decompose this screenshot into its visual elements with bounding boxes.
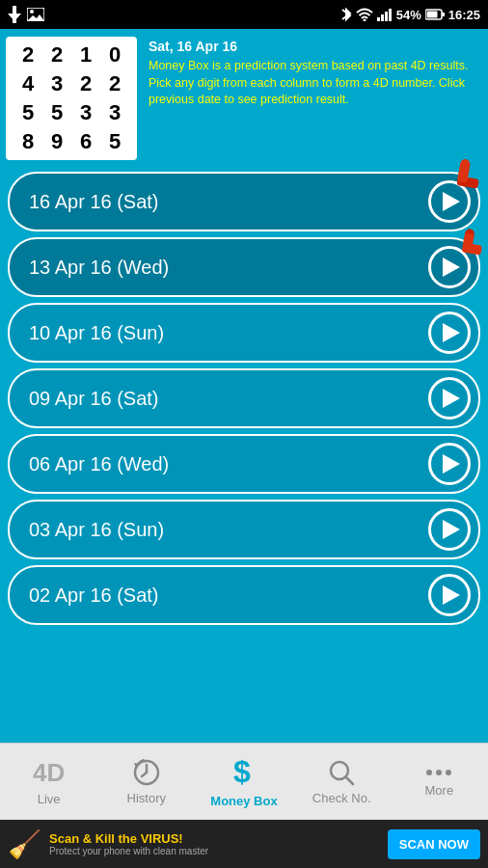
ad-title: Scan & Kill the VIRUS! [49, 831, 380, 846]
nav-item-moneybox[interactable]: $ Money Box [205, 755, 283, 808]
battery-percent: 54% [396, 8, 421, 22]
nav-item-more[interactable]: More [400, 766, 477, 798]
usb-icon [8, 6, 21, 23]
number-grid: 2 2 1 0 4 3 2 2 5 5 3 3 8 9 6 5 [6, 37, 137, 160]
date-label-3: 09 Apr 16 (Sat) [29, 388, 159, 410]
nav-item-history[interactable]: History [108, 758, 185, 805]
ad-scan-button[interactable]: SCAN NOW [388, 829, 480, 859]
ad-subtitle: Protect your phone with clean master [49, 846, 380, 856]
grid-cell-0-2: 1 [71, 41, 100, 69]
nav-label-checkno: Check No. [312, 791, 371, 805]
description-panel: Sat, 16 Apr 16 Money Box is a prediction… [145, 37, 482, 160]
grid-cell-3-1: 9 [42, 127, 71, 156]
svg-point-28 [436, 770, 442, 775]
date-item-0[interactable]: 16 Apr 16 (Sat) [8, 172, 480, 231]
history-icon [132, 758, 161, 787]
play-button-4[interactable] [428, 443, 471, 485]
svg-rect-12 [442, 13, 445, 16]
svg-marker-5 [27, 14, 44, 21]
date-item-3[interactable]: 09 Apr 16 (Sat) [8, 368, 480, 428]
svg-rect-13 [426, 12, 437, 18]
date-item-5[interactable]: 03 Apr 16 (Sun) [8, 500, 480, 559]
svg-rect-9 [385, 12, 388, 21]
date-label-6: 02 Apr 16 (Sat) [29, 584, 159, 607]
svg-point-4 [30, 10, 34, 14]
grid-cell-0-3: 0 [100, 41, 129, 69]
grid-cell-1-0: 4 [14, 69, 42, 98]
status-bar: 54% 16:25 [0, 0, 488, 29]
date-item-6[interactable]: 02 Apr 16 (Sat) [8, 565, 480, 625]
play-triangle-1 [443, 258, 460, 277]
date-item-2[interactable]: 10 Apr 16 (Sun) [8, 303, 480, 363]
ad-banner: 🧹 Scan & Kill the VIRUS! Protect your ph… [0, 820, 488, 868]
wifi-icon [356, 8, 373, 21]
play-triangle-0 [443, 192, 460, 211]
grid-cell-1-1: 3 [42, 69, 71, 98]
date-label-0: 16 Apr 16 (Sat) [29, 191, 159, 213]
search-icon [327, 758, 356, 787]
svg-text:$: $ [233, 755, 251, 789]
grid-cell-3-3: 5 [100, 127, 129, 156]
finger-icon-0 [450, 157, 487, 197]
time-display: 16:25 [448, 8, 480, 22]
nav-item-live[interactable]: 4D Live [11, 758, 88, 806]
nav-label-live: Live [38, 792, 61, 806]
grid-cell-2-0: 5 [14, 98, 42, 127]
status-left-icons [8, 6, 44, 23]
battery-icon [425, 9, 445, 20]
svg-rect-7 [377, 17, 380, 21]
date-list: 16 Apr 16 (Sat) 13 Apr 16 (Wed) 10 Apr 1… [0, 168, 488, 629]
play-button-6[interactable] [428, 574, 471, 616]
date-label-2: 10 Apr 16 (Sun) [29, 322, 164, 344]
svg-rect-0 [13, 6, 16, 14]
play-button-5[interactable] [428, 508, 471, 551]
play-button-3[interactable] [428, 377, 471, 420]
svg-point-27 [426, 770, 432, 775]
grid-cell-2-3: 3 [100, 98, 129, 127]
more-dots-icon [424, 766, 453, 779]
image-icon [27, 8, 44, 21]
bluetooth-icon [340, 6, 352, 23]
svg-point-6 [363, 19, 366, 22]
nav-label-more: More [425, 783, 454, 798]
date-item-4[interactable]: 06 Apr 16 (Wed) [8, 434, 480, 494]
grid-cell-0-0: 2 [14, 41, 42, 69]
status-right-icons: 54% 16:25 [340, 6, 480, 23]
nav-label-history: History [127, 791, 166, 805]
grid-cell-2-1: 5 [42, 98, 71, 127]
svg-rect-2 [13, 19, 16, 23]
grid-cell-3-0: 8 [14, 127, 42, 156]
play-triangle-5 [443, 520, 460, 539]
grid-cell-1-3: 2 [100, 69, 129, 98]
panel-date: Sat, 16 Apr 16 [149, 39, 478, 54]
grid-cell-2-2: 3 [71, 98, 100, 127]
svg-rect-8 [381, 14, 384, 21]
date-label-4: 06 Apr 16 (Wed) [29, 453, 169, 475]
grid-cell-0-1: 2 [42, 41, 71, 69]
top-panel: 2 2 1 0 4 3 2 2 5 5 3 3 8 9 6 5 Sat, 16 … [0, 29, 488, 168]
date-label-1: 13 Apr 16 (Wed) [29, 257, 169, 279]
play-triangle-2 [443, 323, 460, 342]
dollar-icon: $ [230, 755, 258, 790]
panel-description: Money Box is a prediction system based o… [149, 58, 478, 109]
date-item-1[interactable]: 13 Apr 16 (Wed) [8, 237, 480, 297]
bottom-nav: 4D Live History $ Money Box Check No. [0, 743, 488, 820]
svg-rect-21 [462, 242, 482, 255]
ad-text-block: Scan & Kill the VIRUS! Protect your phon… [49, 831, 380, 856]
play-triangle-3 [443, 389, 460, 408]
ad-brush-icon: 🧹 [8, 828, 41, 860]
play-triangle-4 [443, 454, 460, 474]
svg-rect-10 [389, 9, 392, 21]
grid-cell-3-2: 6 [71, 127, 100, 156]
signal-icon [377, 8, 393, 21]
grid-cell-1-2: 2 [71, 69, 100, 98]
nav-item-checkno[interactable]: Check No. [303, 758, 380, 805]
nav-label-moneybox: Money Box [210, 794, 277, 808]
live-icon: 4D [33, 758, 65, 788]
date-label-5: 03 Apr 16 (Sun) [29, 519, 164, 541]
play-triangle-6 [443, 585, 460, 605]
play-button-2[interactable] [428, 312, 471, 354]
finger-icon-1 [456, 228, 488, 262]
svg-point-29 [446, 770, 451, 775]
svg-line-26 [346, 777, 353, 784]
